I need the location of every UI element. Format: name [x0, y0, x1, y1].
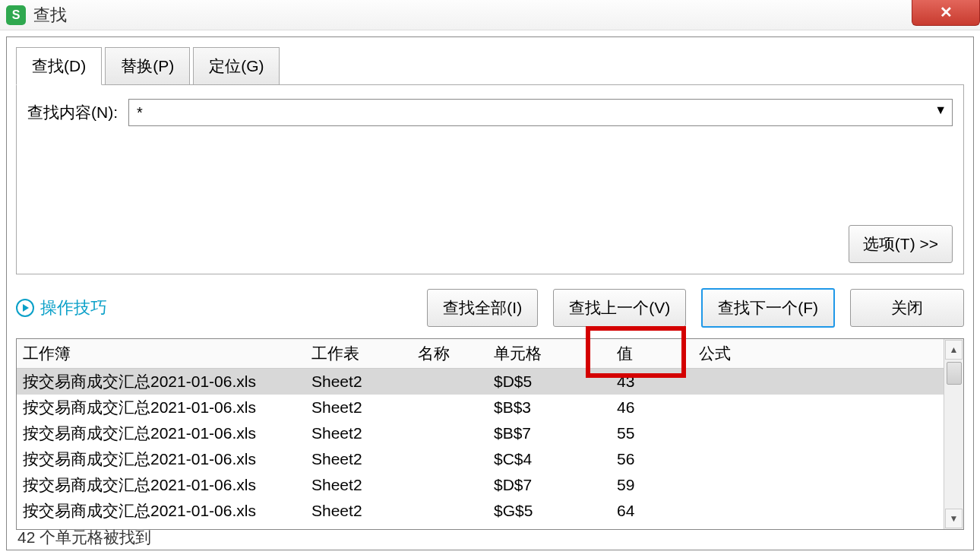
- cell-nm: [412, 420, 488, 446]
- header-cell[interactable]: 单元格: [488, 339, 594, 368]
- tab-find[interactable]: 查找(D): [16, 47, 102, 85]
- app-icon: S: [6, 5, 26, 25]
- cell-ws: Sheet2: [305, 395, 412, 420]
- cell-cell: $D$7: [488, 472, 594, 498]
- titlebar: S 查找 ✕: [0, 0, 980, 30]
- cell-cell: $B$7: [488, 420, 594, 446]
- find-input[interactable]: [128, 99, 953, 126]
- cell-val: 46: [594, 395, 693, 420]
- tab-find-label: 查找(D): [32, 57, 86, 75]
- find-panel: 查找内容(N): ▼ 选项(T) >>: [16, 84, 964, 274]
- cell-fx: [693, 498, 944, 524]
- cell-cell: $D$5: [488, 368, 594, 395]
- tab-row: 查找(D) 替换(P) 定位(G): [7, 37, 973, 84]
- cell-val: 56: [594, 446, 693, 472]
- cell-val: 59: [594, 472, 693, 498]
- cell-wb: 按交易商成交汇总2021-01-06.xls: [17, 395, 305, 420]
- cell-fx: [693, 446, 944, 472]
- options-button[interactable]: 选项(T) >>: [849, 225, 953, 263]
- tips-label: 操作技巧: [40, 296, 107, 319]
- cell-cell: $B$3: [488, 395, 594, 420]
- cell-wb: 按交易商成交汇总2021-01-06.xls: [17, 498, 305, 524]
- find-label: 查找内容(N):: [27, 102, 118, 123]
- window-title: 查找: [33, 4, 67, 27]
- cell-fx: [693, 368, 944, 395]
- cell-nm: [412, 446, 488, 472]
- tab-goto[interactable]: 定位(G): [193, 47, 280, 85]
- cell-cell: $G$5: [488, 498, 594, 524]
- cell-fx: [693, 395, 944, 420]
- header-value[interactable]: 值: [594, 339, 693, 368]
- header-formula[interactable]: 公式: [693, 339, 944, 368]
- cell-wb: 按交易商成交汇总2021-01-06.xls: [17, 472, 305, 498]
- window-close-button[interactable]: ✕: [912, 0, 980, 26]
- cell-val: 64: [594, 498, 693, 524]
- table-row[interactable]: 按交易商成交汇总2021-01-06.xlsSheet2$B$346: [17, 395, 944, 420]
- cell-wb: 按交易商成交汇总2021-01-06.xls: [17, 368, 305, 395]
- tips-link[interactable]: 操作技巧: [16, 296, 107, 319]
- table-row[interactable]: 按交易商成交汇总2021-01-06.xlsSheet2$B$755: [17, 420, 944, 446]
- header-name[interactable]: 名称: [412, 339, 488, 368]
- find-input-wrap: ▼: [128, 99, 953, 126]
- results-table: 工作簿 工作表 名称 单元格 值 公式 按交易商成交汇总2021-01-06.x…: [17, 339, 944, 524]
- find-prev-button[interactable]: 查找上一个(V): [553, 289, 686, 327]
- header-workbook[interactable]: 工作簿: [17, 339, 305, 368]
- find-all-button[interactable]: 查找全部(I): [427, 289, 538, 327]
- cell-ws: Sheet2: [305, 472, 412, 498]
- cell-ws: Sheet2: [305, 446, 412, 472]
- cell-wb: 按交易商成交汇总2021-01-06.xls: [17, 420, 305, 446]
- cell-wb: 按交易商成交汇总2021-01-06.xls: [17, 446, 305, 472]
- scroll-up-icon[interactable]: ▲: [945, 340, 963, 360]
- tab-replace[interactable]: 替换(P): [105, 47, 190, 85]
- cell-cell: $C$4: [488, 446, 594, 472]
- cell-ws: Sheet2: [305, 498, 412, 524]
- cell-fx: [693, 472, 944, 498]
- status-text: 42 个单元格被找到: [17, 527, 151, 548]
- results-panel: 工作簿 工作表 名称 单元格 值 公式 按交易商成交汇总2021-01-06.x…: [16, 338, 964, 530]
- close-icon: ✕: [940, 3, 953, 21]
- table-row[interactable]: 按交易商成交汇总2021-01-06.xlsSheet2$C$456: [17, 446, 944, 472]
- find-row: 查找内容(N): ▼: [27, 99, 953, 126]
- find-next-button[interactable]: 查找下一个(F): [701, 288, 835, 328]
- dialog-body: 查找(D) 替换(P) 定位(G) 查找内容(N): ▼ 选项(T) >> 操作…: [6, 36, 974, 550]
- cell-ws: Sheet2: [305, 420, 412, 446]
- header-worksheet[interactable]: 工作表: [305, 339, 412, 368]
- tab-goto-label: 定位(G): [209, 57, 264, 75]
- cell-nm: [412, 368, 488, 395]
- scroll-thumb[interactable]: [947, 362, 962, 385]
- cell-val: 43: [594, 368, 693, 395]
- cell-ws: Sheet2: [305, 368, 412, 395]
- tab-replace-label: 替换(P): [121, 57, 174, 75]
- cell-nm: [412, 498, 488, 524]
- cell-fx: [693, 420, 944, 446]
- scroll-down-icon[interactable]: ▼: [945, 509, 963, 528]
- table-row[interactable]: 按交易商成交汇总2021-01-06.xlsSheet2$D$543: [17, 368, 944, 395]
- cell-nm: [412, 472, 488, 498]
- table-row[interactable]: 按交易商成交汇总2021-01-06.xlsSheet2$G$564: [17, 498, 944, 524]
- table-row[interactable]: 按交易商成交汇总2021-01-06.xlsSheet2$D$759: [17, 472, 944, 498]
- play-icon: [16, 299, 34, 317]
- results-scrollbar[interactable]: ▲ ▼: [944, 339, 963, 529]
- action-row: 操作技巧 查找全部(I) 查找上一个(V) 查找下一个(F) 关闭: [7, 274, 973, 338]
- close-button[interactable]: 关闭: [850, 289, 964, 327]
- cell-nm: [412, 395, 488, 420]
- cell-val: 55: [594, 420, 693, 446]
